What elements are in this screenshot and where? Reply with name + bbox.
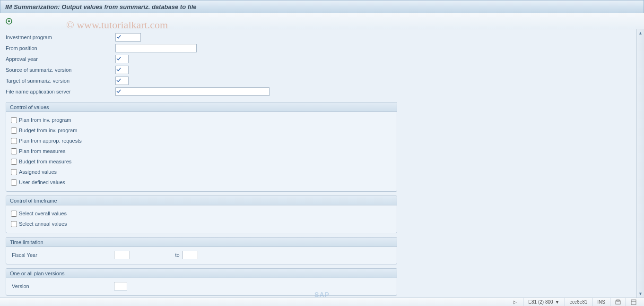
from-position-field[interactable]	[115, 44, 197, 52]
group-header-control-timeframe: Control of timeframe	[6, 196, 397, 205]
check-budget-measures[interactable]	[11, 159, 17, 165]
label-target-version: Target of summariz. version	[6, 78, 115, 84]
svg-rect-6	[631, 300, 636, 305]
source-version-field[interactable]	[115, 66, 129, 74]
label-annual-values: Select annual values	[19, 221, 67, 227]
check-overall-values[interactable]	[11, 211, 17, 217]
group-control-values: Control of values Plan from inv. program…	[6, 102, 397, 192]
group-header-time-limitation: Time limitation	[6, 238, 397, 247]
label-plan-measures: Plan from measures	[19, 148, 65, 154]
status-bar: ▷ E81 (2) 800 ▼ ecc6e81 INS	[0, 298, 644, 306]
status-mode: INS	[592, 298, 610, 306]
label-version: Version	[11, 283, 114, 289]
label-investment-program: Investment program	[6, 34, 115, 40]
check-plan-inv-program[interactable]	[11, 117, 17, 123]
check-budget-inv-program[interactable]	[11, 128, 17, 134]
fiscal-year-from-field[interactable]	[114, 251, 130, 259]
title-bar: IM Summarization: Output values from sum…	[0, 0, 644, 13]
check-plan-approp[interactable]	[11, 138, 17, 144]
label-plan-inv-program: Plan from inv. program	[19, 117, 71, 123]
label-from-position: From position	[6, 45, 115, 51]
label-approval-year: Approval year	[6, 56, 115, 62]
status-action2-icon[interactable]	[626, 298, 641, 306]
scroll-down-icon[interactable]: ▼	[637, 290, 644, 297]
toolbar	[0, 13, 644, 29]
check-annual-values[interactable]	[11, 221, 17, 227]
label-budget-measures: Budget from measures	[19, 159, 71, 164]
page-title: IM Summarization: Output values from sum…	[5, 3, 197, 10]
status-server: ecc6e81	[565, 298, 592, 306]
label-user-defined: User-defined values	[19, 179, 65, 185]
content-area: Investment program From position Approva…	[0, 29, 644, 298]
label-overall-values: Select overall values	[19, 211, 67, 216]
label-file-name: File name application server	[6, 89, 115, 94]
group-plan-versions: One or all plan versions Version	[6, 268, 397, 296]
check-plan-measures[interactable]	[11, 148, 17, 154]
label-plan-approp: Plan from approp. requests	[19, 138, 82, 144]
dropdown-icon: ▼	[555, 299, 560, 305]
group-time-limitation: Time limitation Fiscal Year to	[6, 237, 397, 264]
label-budget-inv-program: Budget from inv. program	[19, 128, 77, 133]
group-control-timeframe: Control of timeframe Select overall valu…	[6, 196, 397, 233]
approval-year-field[interactable]	[115, 55, 129, 63]
file-name-field[interactable]	[115, 87, 270, 96]
status-system[interactable]: E81 (2) 800 ▼	[523, 298, 564, 306]
label-source-version: Source of summariz. version	[6, 67, 115, 73]
check-assigned-values[interactable]	[11, 169, 17, 175]
svg-point-1	[8, 20, 10, 22]
group-header-plan-versions: One or all plan versions	[6, 269, 397, 278]
status-action1-icon[interactable]	[610, 298, 626, 306]
header-fields: Investment program From position Approva…	[0, 29, 636, 98]
status-nav-icon[interactable]: ▷	[507, 298, 523, 306]
vertical-scrollbar[interactable]: ▲ ▼	[636, 29, 644, 298]
label-fiscal-year: Fiscal Year	[11, 252, 114, 258]
check-user-defined[interactable]	[11, 179, 17, 186]
target-version-field[interactable]	[115, 76, 129, 85]
group-header-control-values: Control of values	[6, 102, 397, 112]
label-assigned-values: Assigned values	[19, 169, 57, 175]
execute-icon	[5, 17, 13, 25]
scroll-up-icon[interactable]: ▲	[637, 30, 644, 36]
execute-button[interactable]	[4, 16, 14, 26]
version-field[interactable]	[114, 282, 127, 290]
fiscal-year-to-field[interactable]	[182, 251, 198, 259]
label-to: to	[130, 252, 182, 258]
investment-program-field[interactable]	[115, 33, 141, 42]
